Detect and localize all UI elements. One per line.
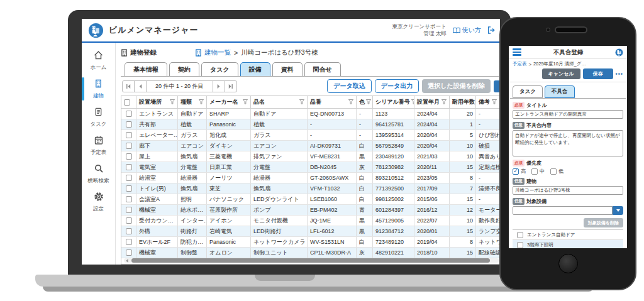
priority-checkbox[interactable]	[550, 168, 557, 175]
tab-タスク[interactable]: タスク	[201, 62, 238, 76]
detail-textarea[interactable]: 自動ドアが途中で停止し、再度開閉しない状態が断続的に発生しています。	[513, 130, 623, 156]
priority-option-低[interactable]: 低	[550, 168, 564, 175]
tab-契約[interactable]: 契約	[169, 62, 199, 76]
table-row[interactable]: 屋上換気扇三菱電機排気ファンVF-ME8231黒2304891202021/03…	[121, 151, 500, 162]
filter-icon[interactable]	[242, 99, 248, 106]
filter-icon[interactable]	[197, 99, 204, 106]
row-checkbox[interactable]	[126, 249, 132, 256]
priority-checkbox[interactable]	[513, 168, 519, 175]
table-cell: EQ-DN00713	[308, 109, 357, 119]
sidebar-item-calendar[interactable]: 予定表	[82, 131, 115, 160]
save-button[interactable]: 保存	[583, 68, 613, 79]
table-cell: 異音あり	[476, 151, 500, 161]
tab-資料[interactable]: 資料	[272, 62, 303, 76]
equipment-checkbox[interactable]	[517, 242, 523, 248]
delete-selected-button[interactable]: 選択した設備を削除	[422, 79, 491, 93]
table-row[interactable]: 外構街路灯岩崎電気LED街路灯LFL-6012黒9123847122020/01…	[121, 226, 500, 237]
delete-target-equipment-button[interactable]: 対象設備を削除	[584, 218, 623, 227]
table-row[interactable]: 機械室給水ポ…荏原製作所ポンプEB-PM402青6012843972016/12…	[121, 205, 500, 216]
select-all-checkbox[interactable]	[124, 99, 130, 106]
filter-icon[interactable]	[169, 99, 175, 106]
row-checkbox-cell	[121, 109, 136, 119]
row-checkbox[interactable]	[126, 121, 132, 128]
scrollbar-thumb[interactable]	[131, 258, 490, 263]
phone-tab-タスク[interactable]: タスク	[513, 85, 543, 98]
table-cell: 白	[357, 237, 373, 247]
row-checkbox[interactable]	[126, 153, 132, 160]
last-page-button[interactable]	[225, 80, 237, 92]
table-row[interactable]: トイレ(男)換気扇東芝換気扇VFM-T1032白7713925002017/09…	[121, 183, 500, 194]
priority-option-中[interactable]: 中	[531, 168, 545, 175]
tab-基本情報[interactable]: 基本情報	[125, 62, 167, 76]
building-input[interactable]: 川崎コーポはるひ野3号棟	[513, 186, 623, 195]
filter-icon[interactable]	[298, 99, 304, 106]
filter-icon[interactable]	[347, 99, 353, 106]
table-cell: 黒	[357, 216, 373, 226]
table-row[interactable]: エレベーター…ガラス旭化成ガラス--1395953142020/045ひび割れあ…	[121, 130, 500, 141]
phone-breadcrumb-current: 2025年度10月 清掃_グ…	[533, 61, 586, 67]
sidebar-item-task[interactable]: タスク	[82, 103, 115, 131]
tab-問合せ[interactable]: 問合せ	[304, 62, 341, 76]
phone-tab-不具合[interactable]: 不具合	[545, 85, 575, 98]
title-input[interactable]: エントランス自動ドアの開閉異常	[513, 110, 623, 119]
row-checkbox[interactable]	[126, 185, 132, 192]
table-row[interactable]: 給湯室給湯器ノーリツ給湯器GT-2060SAWX白8932105122023/0…	[121, 173, 500, 183]
cancel-button[interactable]: キャンセル	[542, 68, 580, 79]
sidebar-item-building[interactable]: 建物	[82, 75, 115, 103]
first-page-button[interactable]	[122, 80, 135, 92]
table-row[interactable]: EVホール2F防犯カ…PanasonicネットワークカメラWV-S1531LN白…	[121, 237, 500, 248]
horizontal-scrollbar[interactable]	[124, 258, 499, 263]
equipment-checkbox[interactable]	[517, 232, 523, 238]
next-page-button[interactable]	[213, 80, 225, 92]
breadcrumb-list-link[interactable]: 建物一覧	[195, 48, 231, 57]
data-import-button[interactable]: データ取込	[327, 79, 371, 93]
table-row[interactable]: 会議室A照明パナソニックLEDダウンライトLSEB1060白9981250022…	[121, 194, 500, 205]
table-cell: 三菱電機	[207, 151, 251, 161]
equipment-list-item[interactable]: エントランス自動ドア	[513, 230, 623, 240]
phone-breadcrumb-link[interactable]: 予定表	[513, 61, 527, 67]
priority-option-高[interactable]: 高	[513, 168, 526, 175]
row-checkbox[interactable]	[126, 164, 132, 170]
table-cell: 15	[450, 194, 476, 204]
row-checkbox[interactable]	[126, 111, 132, 117]
row-checkbox[interactable]	[126, 143, 132, 149]
filter-icon[interactable]	[440, 99, 447, 106]
table-row[interactable]: エントランス自動ドアSHARP自動ドアEQ-DN00713-11232024/0…	[121, 109, 500, 119]
row-checkbox[interactable]	[126, 217, 132, 224]
menu-icon[interactable]	[513, 48, 521, 56]
row-checkbox[interactable]	[126, 207, 132, 213]
more-menu-button[interactable]: •••	[616, 71, 623, 77]
table-row[interactable]: 廊下エアコンダイキンエアコンAI-DK09731白5679528492020/0…	[121, 141, 500, 151]
target-equipment-dropdown-button[interactable]	[613, 206, 623, 215]
calendar-icon	[94, 135, 104, 148]
help-link[interactable]: 使い方	[453, 26, 481, 35]
prev-page-button[interactable]	[134, 80, 147, 92]
row-checkbox[interactable]	[126, 132, 132, 138]
data-export-button[interactable]: データ出力	[375, 79, 419, 93]
filter-icon[interactable]	[410, 99, 414, 106]
priority-checkbox[interactable]	[531, 168, 538, 175]
filter-icon[interactable]	[491, 99, 497, 106]
phone-home-button[interactable]	[558, 254, 578, 273]
row-checkbox[interactable]	[126, 175, 132, 181]
table-row[interactable]: 電気室分電盤日東工業分電盤DB-N2045灰7812309822020/1115…	[121, 162, 500, 173]
row-checkbox[interactable]	[126, 239, 132, 245]
scroll-left-arrow[interactable]	[126, 259, 128, 263]
sidebar-item-gear[interactable]: 設定	[82, 188, 115, 216]
row-checkbox[interactable]	[126, 196, 132, 202]
table-row[interactable]: 共有部植栽Panasonic植栽--9641257812024/041-	[121, 119, 500, 130]
table-cell: 分電盤	[251, 162, 308, 172]
table-cell: モーター劣化あり	[476, 205, 500, 215]
detail-label: 不具合内容	[526, 122, 552, 129]
equipment-list-item[interactable]: 3階廊下照明	[513, 240, 623, 248]
logout-icon[interactable]	[487, 26, 495, 34]
optional-badge: 任意	[513, 178, 525, 185]
sidebar-item-home[interactable]: ホーム	[82, 47, 115, 75]
table-row[interactable]: 受付カウン…インター…アイホンモニタ付親機JQ-1ME黒457129005202…	[121, 216, 500, 226]
target-equipment-input[interactable]	[513, 206, 613, 215]
row-checkbox[interactable]	[126, 228, 132, 234]
tab-設備[interactable]: 設備	[240, 62, 270, 76]
filter-icon[interactable]	[365, 99, 371, 106]
table-row[interactable]: 機械室制御盤オムロン制御ユニットCP1L-M30DR-A灰48291022120…	[121, 248, 500, 258]
sidebar-item-search[interactable]: 横断検索	[82, 160, 115, 188]
